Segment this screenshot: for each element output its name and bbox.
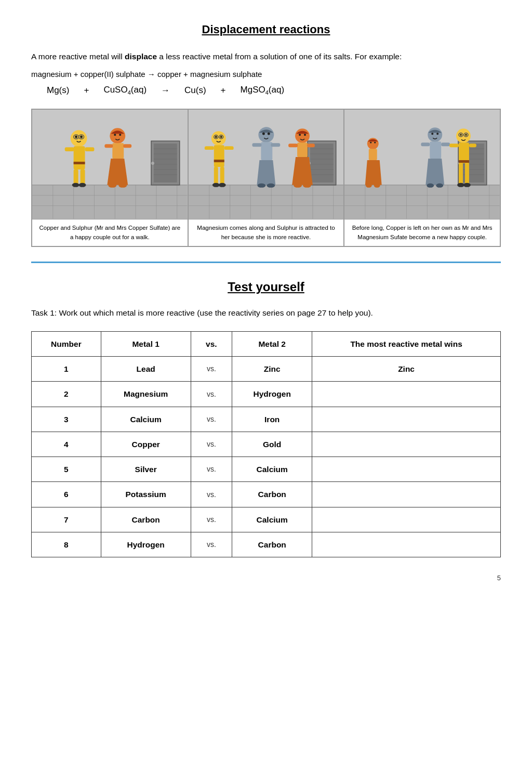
page-number: 5 xyxy=(31,573,501,583)
svg-rect-38 xyxy=(112,143,124,159)
svg-rect-133 xyxy=(459,142,469,163)
svg-rect-79 xyxy=(214,167,218,185)
cell-winner xyxy=(312,457,501,482)
formula-cu: Cu(s) xyxy=(184,84,206,97)
cell-metal2: Carbon xyxy=(232,532,312,557)
cell-number: 3 xyxy=(32,407,101,432)
cell-vs: vs. xyxy=(191,407,232,432)
svg-point-89 xyxy=(294,184,302,188)
svg-rect-139 xyxy=(449,144,459,147)
cartoon-image-section: Copper and Sulphur (Mr and Mrs Copper Su… xyxy=(31,109,501,247)
svg-rect-41 xyxy=(104,144,113,148)
cartoon-panels: Copper and Sulphur (Mr and Mrs Copper Su… xyxy=(32,110,500,246)
cell-number: 6 xyxy=(32,482,101,507)
svg-point-81 xyxy=(212,183,219,187)
svg-point-82 xyxy=(218,183,225,187)
panel-2-caption: Magnesium comes along and Sulphur is att… xyxy=(189,219,344,246)
formula-mgso4: MgSO4(aq) xyxy=(241,83,285,97)
svg-rect-136 xyxy=(465,163,469,185)
task1-text: Task 1: Work out which metal is more rea… xyxy=(31,307,501,320)
reactivity-table: Number Metal 1 vs. Metal 2 The most reac… xyxy=(31,331,501,557)
svg-point-66 xyxy=(267,133,270,135)
cell-metal2: Carbon xyxy=(232,482,312,507)
col-header-metal2: Metal 2 xyxy=(232,331,312,356)
svg-point-74 xyxy=(220,136,222,138)
task1-body: Work out which metal is more reactive (u… xyxy=(57,308,373,317)
svg-point-86 xyxy=(299,134,301,136)
col-header-metal1: Metal 1 xyxy=(101,331,191,356)
svg-point-23 xyxy=(80,136,83,138)
svg-point-120 xyxy=(428,128,443,142)
cell-winner xyxy=(312,432,501,457)
cell-number: 2 xyxy=(32,382,101,407)
cell-metal1: Silver xyxy=(101,457,191,482)
svg-rect-140 xyxy=(469,144,476,147)
text-equation: magnesium + copper(II) sulphate → copper… xyxy=(31,69,501,81)
formula-equation: Mg(s) + CuSO4(aq) → Cu(s) + MgSO4(aq) xyxy=(31,83,501,97)
table-row: 2Magnesiumvs.Hydrogen xyxy=(32,382,501,407)
cell-vs: vs. xyxy=(191,432,232,457)
svg-point-121 xyxy=(432,133,434,135)
cell-metal2: Calcium xyxy=(232,457,312,482)
svg-rect-70 xyxy=(252,143,261,147)
cartoon-panel-2: Magnesium comes along and Sulphur is att… xyxy=(189,110,345,246)
svg-point-87 xyxy=(304,134,306,136)
scene-2 xyxy=(189,110,344,219)
svg-rect-91 xyxy=(288,144,298,147)
col-header-vs: vs. xyxy=(191,331,232,356)
svg-rect-88 xyxy=(297,142,308,157)
task1-label: Task 1: xyxy=(31,308,57,317)
cell-vs: vs. xyxy=(191,482,232,507)
formula-plus1: + xyxy=(84,84,89,97)
formula-cuso4: CuSO4(aq) xyxy=(103,83,147,97)
svg-point-138 xyxy=(463,183,471,187)
svg-point-35 xyxy=(110,128,125,144)
page-title: Displacement reactions xyxy=(31,21,501,38)
cell-number: 5 xyxy=(32,457,101,482)
svg-rect-135 xyxy=(459,163,463,185)
svg-rect-44 xyxy=(189,185,344,219)
svg-rect-67 xyxy=(261,142,272,160)
cell-winner xyxy=(312,507,501,532)
mgso4-pre: MgSO xyxy=(241,85,265,95)
cell-metal2: Iron xyxy=(232,407,312,432)
table-row: 7Carbonvs.Calcium xyxy=(32,507,501,532)
svg-rect-42 xyxy=(123,144,131,148)
svg-rect-92 xyxy=(307,144,315,147)
formula-plus2: + xyxy=(221,84,226,97)
svg-point-22 xyxy=(75,136,77,138)
svg-point-31 xyxy=(72,183,79,187)
svg-point-132 xyxy=(466,134,468,136)
cell-metal2: Hydrogen xyxy=(232,382,312,407)
test-yourself-title: Test yourself xyxy=(31,278,501,296)
svg-rect-78 xyxy=(214,160,224,162)
svg-point-20 xyxy=(151,162,154,165)
svg-rect-30 xyxy=(81,170,85,185)
cell-vs: vs. xyxy=(191,382,232,407)
cartoon-panel-1: Copper and Sulphur (Mr and Mrs Copper Su… xyxy=(32,110,189,246)
cell-metal1: Potassium xyxy=(101,482,191,507)
cell-metal1: Lead xyxy=(101,357,191,382)
panel-1-caption-text: Copper and Sulphur (Mr and Mrs Copper Su… xyxy=(37,224,182,242)
svg-rect-77 xyxy=(214,145,224,167)
cell-metal2: Zinc xyxy=(232,357,312,382)
svg-rect-33 xyxy=(65,147,74,151)
svg-point-122 xyxy=(437,133,439,135)
cell-winner xyxy=(312,407,501,432)
cell-metal1: Copper xyxy=(101,432,191,457)
svg-point-21 xyxy=(71,130,87,147)
table-row: 4Coppervs.Gold xyxy=(32,432,501,457)
panel-3-caption: Before long, Copper is left on her own a… xyxy=(344,219,500,246)
svg-rect-127 xyxy=(442,142,450,146)
cell-vs: vs. xyxy=(191,357,232,382)
table-row: 5Silvervs.Calcium xyxy=(32,457,501,482)
svg-rect-123 xyxy=(430,141,442,159)
svg-rect-28 xyxy=(74,162,85,164)
svg-rect-29 xyxy=(74,170,78,185)
svg-point-72 xyxy=(211,131,225,146)
svg-point-118 xyxy=(366,184,372,188)
panel-3-caption-text: Before long, Copper is left on her own a… xyxy=(350,224,495,242)
svg-rect-84 xyxy=(224,146,233,150)
table-header-row: Number Metal 1 vs. Metal 2 The most reac… xyxy=(32,331,501,356)
formula-arrow: → xyxy=(161,84,170,97)
